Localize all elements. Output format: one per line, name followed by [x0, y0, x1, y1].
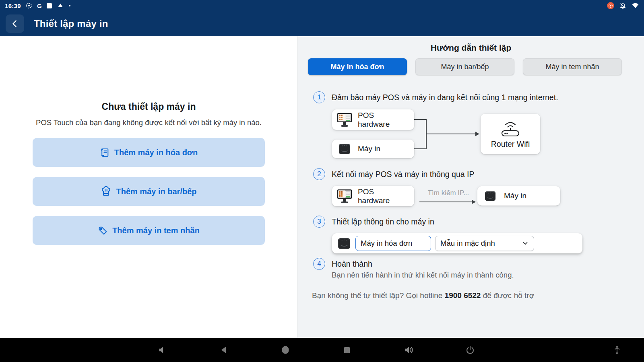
step-3: 3 Thiết lập thông tin cho máy in — [313, 216, 434, 228]
accessibility-shortcut[interactable] — [612, 338, 622, 362]
screen-record-indicator-icon — [607, 2, 614, 9]
notification-dot-icon — [69, 5, 70, 6]
add-kitchen-printer-button[interactable]: Thêm máy in bar/bếp — [33, 177, 265, 206]
tag-icon — [98, 226, 108, 236]
step-1-text: Đảm bảo máy POS và máy in đang kết nối c… — [332, 93, 558, 102]
step-3-text: Thiết lập thông tin cho máy in — [332, 217, 434, 226]
status-bar-left: 16:39 G — [5, 2, 70, 9]
printer-card: Máy in — [332, 140, 414, 158]
pos-terminal-image — [336, 189, 353, 204]
router-icon — [498, 119, 523, 137]
app-bar: Thiết lập máy in — [0, 11, 644, 36]
tab-label-printer[interactable]: Máy in tem nhãn — [523, 58, 622, 75]
step-2-text: Kết nối máy POS và máy in thông qua IP — [332, 170, 474, 179]
guide-title: Hướng dẫn thiết lập — [298, 43, 644, 53]
step-3-number: 3 — [313, 216, 325, 228]
status-bar-right: 4 — [607, 2, 639, 9]
connection-bracket — [414, 109, 483, 160]
clock: 16:39 — [5, 2, 21, 9]
add-kitchen-printer-label: Thêm máy in bar/bếp — [116, 187, 196, 196]
ip-arrow — [419, 199, 477, 205]
ip-search-label: Tìm kiếm IP... — [419, 189, 478, 197]
tab-receipt-printer[interactable]: Máy in hóa đơn — [308, 58, 407, 75]
pos-hardware-label: POS hardware — [358, 111, 403, 128]
home-nav-icon[interactable] — [280, 345, 291, 355]
receipt-icon — [100, 148, 110, 158]
print-template-value: Mẫu in mặc định — [440, 239, 495, 248]
pos-terminal-image — [336, 112, 353, 128]
printer-card-2-label: Máy in — [504, 191, 526, 200]
printer-card-label: Máy in — [358, 144, 380, 153]
record-dot-icon — [26, 2, 32, 9]
step-4-number: 4 — [313, 258, 325, 270]
power-icon[interactable] — [465, 345, 475, 355]
back-button[interactable] — [6, 14, 24, 33]
printer-image — [484, 190, 497, 202]
printer-info-card: Mẫu in mặc định — [332, 233, 582, 253]
back-nav-icon[interactable] — [219, 345, 229, 355]
setup-guide-panel: Hướng dẫn thiết lập Máy in hóa đơn Máy i… — [298, 36, 644, 338]
hotline-prefix: Bạn không thể tự thiết lập? Gọi hotline — [312, 291, 445, 300]
printer-setup-screen: 16:39 G 4 — [0, 0, 644, 362]
page-title: Thiết lập máy in — [34, 18, 108, 29]
chevron-down-icon — [522, 240, 529, 247]
chef-hat-icon — [101, 186, 111, 197]
recents-nav-icon[interactable] — [342, 345, 352, 355]
step-4: 4 Hoàn thành — [313, 258, 372, 270]
printer-image — [338, 143, 351, 155]
pos-hardware-label-2: POS hardware — [358, 187, 403, 205]
add-label-printer-button[interactable]: Thêm máy in tem nhãn — [33, 216, 265, 245]
no-printer-heading: Chưa thiết lập máy in — [0, 101, 297, 112]
status-bar: 16:39 G 4 — [0, 0, 644, 11]
volume-up-icon[interactable] — [403, 345, 414, 355]
no-printer-subheading: POS Touch của bạn đang không được kết nố… — [0, 118, 297, 127]
add-receipt-printer-label: Thêm máy in hóa đơn — [114, 148, 198, 157]
printer-card-2: Máy in — [477, 186, 560, 206]
volume-down-icon[interactable] — [157, 345, 167, 355]
upload-triangle-icon — [57, 3, 64, 8]
print-template-select[interactable]: Mẫu in mặc định — [435, 236, 534, 251]
nav-icons — [157, 338, 475, 362]
android-nav-bar — [0, 338, 644, 362]
pos-hardware-card: POS hardware — [332, 109, 414, 130]
router-wifi-label: Router Wifi — [491, 140, 530, 149]
wifi-calling-icon: 4 — [632, 2, 639, 9]
step-2: 2 Kết nối máy POS và máy in thông qua IP — [313, 168, 474, 180]
hotline-text: Bạn không thể tự thiết lập? Gọi hotline … — [312, 291, 534, 300]
step-1: 1 Đảm bảo máy POS và máy in đang kết nối… — [313, 91, 558, 103]
printer-image — [337, 237, 351, 250]
tab-kitchen-printer[interactable]: Máy in bar/bếp — [415, 58, 514, 75]
pos-hardware-card-2: POS hardware — [332, 186, 414, 206]
step-2-number: 2 — [313, 168, 325, 180]
header: 16:39 G 4 — [0, 0, 644, 36]
google-g-icon: G — [37, 2, 42, 9]
add-printer-buttons: Thêm máy in hóa đơn Thêm máy in bar/bếp … — [33, 138, 265, 245]
printer-type-tabs: Máy in hóa đơn Máy in bar/bếp Máy in tem… — [308, 58, 622, 75]
hotline-number: 1900 6522 — [445, 291, 481, 300]
printer-name-input[interactable] — [355, 236, 431, 251]
printer-status-panel: Chưa thiết lập máy in POS Touch của bạn … — [0, 36, 298, 338]
hotline-suffix: để được hỗ trợ — [481, 291, 534, 300]
add-receipt-printer-button[interactable]: Thêm máy in hóa đơn — [33, 138, 265, 167]
white-square-icon — [47, 3, 52, 8]
step-4-subtext: Bạn nên tiến hành in thử khi kết nối máy… — [332, 271, 514, 280]
accessibility-icon — [612, 345, 622, 355]
router-wifi-card: Router Wifi — [481, 114, 540, 154]
chevron-left-icon — [10, 19, 19, 28]
step-1-number: 1 — [313, 91, 325, 103]
add-label-printer-label: Thêm máy in tem nhãn — [112, 226, 200, 235]
notifications-off-icon — [619, 2, 626, 9]
svg-text:4: 4 — [637, 5, 638, 8]
step-4-text: Hoàn thành — [332, 259, 372, 269]
